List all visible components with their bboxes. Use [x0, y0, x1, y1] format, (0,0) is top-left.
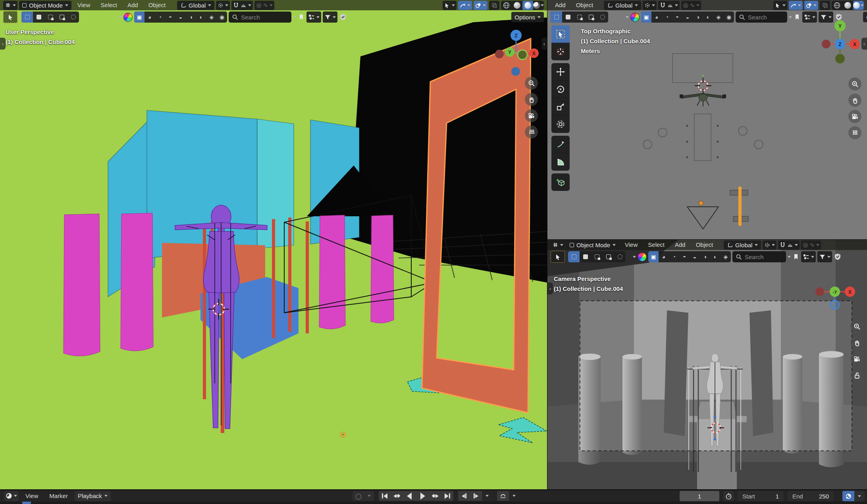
tool-cursor[interactable]	[551, 43, 570, 60]
proportional-editing-group[interactable]: ◎∿	[801, 240, 821, 250]
search-input[interactable]	[745, 254, 782, 260]
end-frame-field[interactable]: End250	[788, 491, 834, 501]
sidebar-collapse-tab[interactable]: ‹	[541, 38, 547, 50]
header-mode-icon[interactable]: ◒	[690, 251, 700, 262]
bookmark-icon[interactable]	[792, 253, 800, 260]
search-input[interactable]	[748, 14, 784, 21]
active-tool-indicator[interactable]	[551, 251, 565, 263]
view-object-types-caret[interactable]	[789, 16, 792, 18]
tool-annotate[interactable]	[551, 136, 570, 153]
cylinder[interactable]	[622, 356, 642, 455]
show-overlays-button[interactable]	[804, 1, 818, 10]
menu-object[interactable]: Object	[572, 0, 597, 10]
user-perspective-scene[interactable]	[0, 0, 547, 489]
tool-options-caret[interactable]	[633, 256, 636, 258]
loop-playback-button[interactable]	[497, 491, 509, 501]
header-mode-icon[interactable]: ◉	[217, 12, 227, 23]
snap-toggle-group[interactable]	[658, 1, 680, 10]
outliner-visibility-button[interactable]	[801, 251, 816, 262]
header-mode-icon[interactable]: ◕	[659, 251, 669, 262]
select-set-button[interactable]	[568, 251, 580, 262]
pivot-point-dropdown[interactable]	[763, 240, 776, 250]
transform-orientation-dropdown[interactable]: Global	[604, 1, 641, 10]
sync-caret[interactable]	[854, 491, 865, 501]
frame-back-button[interactable]	[458, 491, 470, 501]
header-mode-icon[interactable]: ◒	[175, 12, 186, 23]
pan-button[interactable]	[848, 94, 861, 107]
zoom-button[interactable]	[848, 77, 861, 90]
pillar[interactable]	[319, 215, 345, 329]
select-extend-button[interactable]	[580, 251, 591, 262]
filter-button[interactable]	[323, 12, 337, 23]
view-object-types-caret[interactable]	[293, 16, 296, 18]
proportional-editing-group[interactable]: ◎∿	[254, 1, 274, 10]
bookmark-icon[interactable]	[794, 13, 801, 21]
header-mode-icon[interactable]: ◑	[186, 12, 196, 23]
shading-rendered-button[interactable]	[533, 1, 544, 10]
select-subtract-button[interactable]	[591, 251, 603, 262]
menu-add[interactable]: Add	[123, 0, 143, 10]
pan-button[interactable]	[850, 336, 863, 349]
timeline-editor-type-button[interactable]	[4, 491, 19, 501]
select-set-button[interactable]	[551, 12, 562, 23]
header-mode-icon[interactable]: ◕	[651, 12, 662, 23]
pillar[interactable]	[371, 215, 394, 323]
snap-toggle-group[interactable]	[231, 1, 253, 10]
xray-toggle-button[interactable]	[489, 1, 499, 10]
header-mode-icon[interactable]: ◔	[662, 12, 672, 23]
start-frame-field[interactable]: Start1	[738, 491, 784, 501]
shading-wireframe-button[interactable]	[501, 1, 512, 10]
select-intersect-button[interactable]	[597, 12, 608, 23]
play-button[interactable]	[416, 491, 430, 501]
tool-select-box[interactable]	[551, 25, 570, 43]
select-invert-button[interactable]	[56, 12, 67, 23]
dark-plane-left[interactable]	[664, 310, 688, 436]
pivot-point-dropdown[interactable]	[643, 1, 657, 10]
use-preview-range-button[interactable]	[723, 491, 734, 501]
header-mode-icon[interactable]: ◐	[196, 12, 206, 23]
header-mode-icon[interactable]: ◓	[679, 251, 690, 262]
tool-rotate[interactable]	[551, 81, 570, 98]
shield-snap-icon[interactable]	[834, 253, 842, 261]
grid-toggle-button[interactable]	[525, 125, 538, 139]
shading-material-button[interactable]	[522, 1, 533, 10]
jump-to-start-button[interactable]	[379, 491, 391, 501]
tool-scale[interactable]	[551, 98, 570, 115]
editor-type-button[interactable]	[551, 240, 565, 250]
next-keyframe-button[interactable]	[430, 491, 441, 501]
header-mode-icon[interactable]: ◓	[672, 12, 682, 23]
select-set-button[interactable]	[21, 12, 33, 23]
light-top-view[interactable]	[699, 201, 703, 206]
select-invert-button[interactable]	[603, 251, 614, 262]
menu-add[interactable]: Add	[551, 0, 570, 10]
shading-material-button[interactable]	[853, 1, 864, 10]
zoom-button[interactable]	[525, 77, 538, 90]
outliner-visibility-button[interactable]	[306, 12, 321, 23]
color-wheel-icon[interactable]	[630, 13, 640, 22]
menu-view[interactable]: View	[620, 240, 642, 250]
search-box[interactable]	[736, 12, 787, 23]
mode-dropdown[interactable]: Object Mode	[566, 240, 619, 250]
timeline-menu-marker[interactable]: Marker	[45, 491, 72, 501]
toolbar-expand-tab[interactable]: ›	[0, 38, 6, 50]
camera-lock-button[interactable]	[850, 369, 863, 382]
header-mode-icon[interactable]: ◓	[165, 12, 175, 23]
tool-add-cube[interactable]	[551, 173, 570, 191]
snap-toggle-group[interactable]	[778, 240, 800, 250]
shading-solid-button[interactable]	[512, 1, 522, 10]
select-invert-button[interactable]	[585, 12, 597, 23]
outliner-visibility-button[interactable]	[802, 12, 817, 23]
select-intersect-button[interactable]	[614, 251, 626, 262]
bookmark-icon[interactable]	[298, 13, 305, 21]
select-tool-gizmo-dropdown[interactable]	[443, 1, 457, 10]
xray-toggle-button[interactable]	[820, 1, 830, 10]
pivot-point-dropdown[interactable]	[216, 1, 230, 10]
prev-keyframe-button[interactable]	[391, 491, 403, 501]
select-subtract-button[interactable]	[574, 12, 585, 23]
cyan-wall-back[interactable]	[147, 110, 257, 258]
search-input[interactable]	[241, 14, 288, 21]
select-tool-gizmo-dropdown[interactable]	[773, 1, 787, 10]
editor-type-button[interactable]	[3, 1, 17, 10]
menu-object[interactable]: Object	[692, 240, 717, 250]
color-wheel-icon[interactable]	[638, 252, 647, 262]
